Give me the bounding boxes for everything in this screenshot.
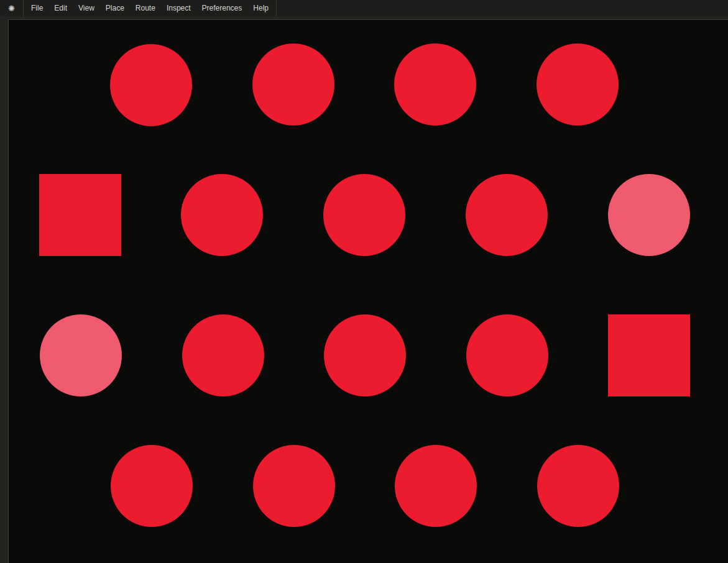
pad-circle[interactable] — [537, 43, 619, 126]
pad-circle-highlighted[interactable] — [40, 314, 122, 396]
pad-circle[interactable] — [253, 445, 335, 527]
app-icon-cell: ✺ — [0, 0, 24, 16]
pad-square[interactable] — [39, 174, 121, 256]
app-sunburst-icon: ✺ — [8, 4, 15, 12]
menu-bar: ✺ FileEditViewPlaceRouteInspectPreferenc… — [0, 0, 728, 16]
pad-circle[interactable] — [466, 314, 548, 396]
left-gutter — [0, 16, 8, 563]
pad-square[interactable] — [608, 314, 690, 396]
menu-item-inspect[interactable]: Inspect — [161, 0, 196, 16]
menu-items: FileEditViewPlaceRouteInspectPreferences… — [24, 0, 274, 16]
pad-circle[interactable] — [182, 314, 264, 396]
pad-circle[interactable] — [252, 43, 334, 126]
pad-circle[interactable] — [537, 445, 619, 527]
menu-item-edit[interactable]: Edit — [48, 0, 73, 16]
menu-item-route[interactable]: Route — [130, 0, 161, 16]
pad-circle[interactable] — [323, 174, 405, 256]
pad-circle[interactable] — [394, 43, 476, 126]
pad-circle[interactable] — [110, 44, 192, 126]
menu-item-file[interactable]: File — [25, 0, 48, 16]
pad-circle-highlighted[interactable] — [608, 174, 690, 256]
pad-circle[interactable] — [181, 174, 263, 256]
pad-circle[interactable] — [466, 174, 548, 256]
menu-divider — [276, 0, 277, 16]
pad-circle[interactable] — [395, 445, 477, 527]
pcb-canvas[interactable] — [8, 19, 728, 563]
menu-item-help[interactable]: Help — [247, 0, 274, 16]
pad-circle[interactable] — [111, 445, 193, 527]
pad-circle[interactable] — [324, 314, 406, 396]
menu-item-preferences[interactable]: Preferences — [196, 0, 248, 16]
menu-item-place[interactable]: Place — [100, 0, 130, 16]
menu-item-view[interactable]: View — [73, 0, 100, 16]
